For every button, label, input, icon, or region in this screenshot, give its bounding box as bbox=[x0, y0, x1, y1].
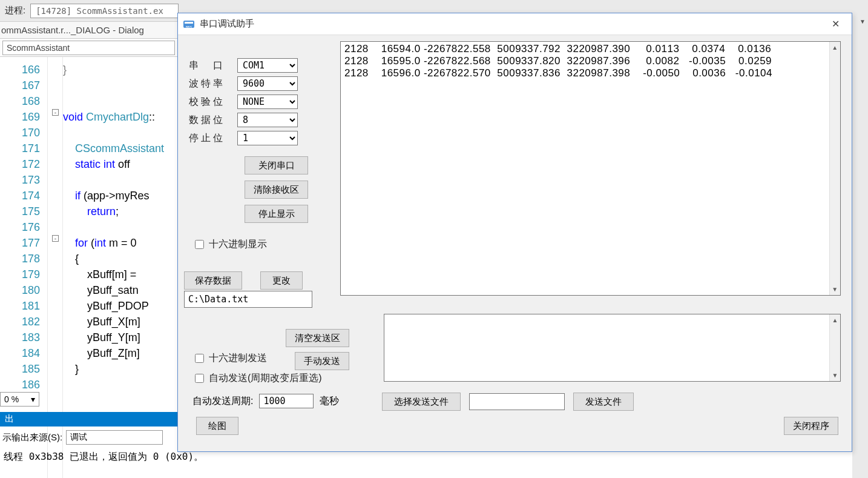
serial-debug-dialog: BBS 串口调试助手 ✕ 串口 COM1 波特率 9600 校验位 NONE 数… bbox=[177, 13, 852, 452]
close-port-button[interactable]: 关闭串口 bbox=[245, 156, 308, 174]
scroll-up-icon[interactable]: ▲ bbox=[832, 42, 838, 53]
app-icon: BBS bbox=[183, 18, 195, 30]
chevron-down-icon: ▾ bbox=[31, 394, 35, 404]
dialog-titlebar[interactable]: BBS 串口调试助手 ✕ bbox=[178, 13, 852, 35]
hex-display-checkbox[interactable] bbox=[195, 240, 204, 249]
recv-scrollbar[interactable]: ▲ ▼ bbox=[829, 42, 840, 295]
hex-display-label: 十六进制显示 bbox=[209, 238, 267, 251]
scroll-up-icon[interactable]: ▲ bbox=[832, 314, 838, 326]
databits-select[interactable]: 8 bbox=[237, 113, 298, 127]
scroll-down-icon[interactable]: ▼ bbox=[832, 284, 838, 295]
baud-select[interactable]: 9600 bbox=[237, 76, 298, 91]
file-row: 选择发送文件 发送文件 bbox=[382, 393, 634, 411]
send-button-column: 清空发送区 手动发送 bbox=[286, 329, 349, 370]
send-file-button[interactable]: 发送文件 bbox=[573, 393, 634, 411]
send-scrollbar[interactable]: ▲ ▼ bbox=[829, 314, 840, 381]
period-label: 自动发送周期: bbox=[192, 395, 253, 408]
stop-display-button[interactable]: 停止显示 bbox=[245, 205, 308, 223]
zoom-combo[interactable]: 0 %▾ bbox=[0, 392, 39, 407]
close-icon[interactable]: ✕ bbox=[826, 15, 844, 33]
serial-config: 串口 COM1 波特率 9600 校验位 NONE 数据位 8 停止位 1 bbox=[189, 56, 340, 147]
plot-button[interactable]: 绘图 bbox=[196, 417, 238, 435]
choose-file-button[interactable]: 选择发送文件 bbox=[382, 393, 461, 411]
parity-label: 校验位 bbox=[189, 96, 237, 108]
right-edge-panel: ▼ bbox=[852, 0, 868, 478]
hex-send-checkbox[interactable] bbox=[195, 354, 204, 363]
auto-send-row: 自动发送(周期改变后重选) bbox=[195, 372, 322, 385]
clear-recv-button[interactable]: 清除接收区 bbox=[245, 181, 308, 199]
scroll-down-icon[interactable]: ▼ bbox=[832, 370, 838, 381]
output-source-combo[interactable]: 调试 bbox=[66, 430, 163, 445]
port-label: 串口 bbox=[189, 59, 237, 72]
period-input[interactable] bbox=[259, 394, 314, 408]
dropdown-arrow-icon[interactable]: ▼ bbox=[860, 18, 866, 25]
output-source-label: 示输出来源(S): bbox=[2, 432, 62, 443]
hex-display-row: 十六进制显示 bbox=[195, 238, 267, 251]
clear-send-button[interactable]: 清空发送区 bbox=[286, 329, 349, 347]
svg-rect-1 bbox=[185, 22, 193, 24]
parity-select[interactable]: NONE bbox=[237, 95, 298, 109]
manual-send-button[interactable]: 手动发送 bbox=[295, 352, 349, 370]
port-select[interactable]: COM1 bbox=[237, 58, 298, 73]
period-row: 自动发送周期: 毫秒 bbox=[192, 394, 339, 408]
auto-send-label: 自动发送(周期改变后重选) bbox=[209, 372, 322, 385]
auto-send-checkbox[interactable] bbox=[195, 374, 204, 383]
hex-send-row: 十六进制发送 bbox=[195, 352, 267, 365]
port-button-column: 关闭串口 清除接收区 停止显示 bbox=[245, 156, 308, 223]
stopbits-label: 停止位 bbox=[189, 132, 237, 145]
stopbits-select[interactable]: 1 bbox=[237, 131, 298, 145]
change-path-button[interactable]: 更改 bbox=[260, 271, 303, 290]
hex-send-label: 十六进制发送 bbox=[209, 352, 267, 365]
save-path-input[interactable] bbox=[184, 291, 312, 308]
send-textarea[interactable]: ▲ ▼ bbox=[384, 314, 841, 382]
output-text: 线程 0x3b38 已退出，返回值为 0 (0x0)。 bbox=[0, 448, 207, 466]
process-combo[interactable]: [14728] ScommAssistant.ex bbox=[30, 4, 179, 18]
dialog-title: 串口调试助手 bbox=[200, 18, 254, 30]
databits-label: 数据位 bbox=[189, 114, 237, 127]
save-row: 保存数据 更改 bbox=[184, 271, 303, 290]
dialog-body: 串口 COM1 波特率 9600 校验位 NONE 数据位 8 停止位 1 关闭… bbox=[178, 35, 852, 451]
ide-tab-label[interactable]: ommAssistant.r..._DIALOG - Dialog bbox=[1, 25, 144, 35]
scope-combo[interactable]: ScommAssistant bbox=[2, 41, 175, 55]
close-program-button[interactable]: 关闭程序 bbox=[784, 417, 838, 435]
svg-text:BBS: BBS bbox=[186, 25, 192, 29]
file-path-box bbox=[469, 393, 565, 410]
period-unit: 毫秒 bbox=[320, 395, 339, 408]
save-data-button[interactable]: 保存数据 bbox=[184, 271, 242, 290]
receive-textarea[interactable]: 2128 16594.0 -2267822.558 5009337.792 32… bbox=[340, 41, 841, 296]
baud-label: 波特率 bbox=[189, 78, 237, 90]
process-label: 进程: bbox=[5, 5, 25, 16]
fold-minus-icon[interactable]: - bbox=[52, 109, 59, 116]
fold-minus-icon[interactable]: - bbox=[52, 235, 59, 242]
